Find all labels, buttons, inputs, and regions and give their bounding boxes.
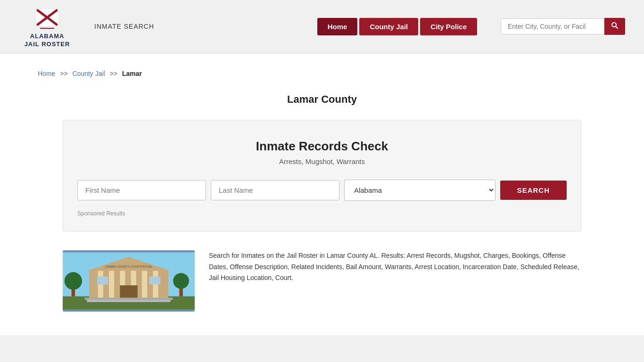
- svg-rect-15: [153, 271, 158, 298]
- svg-rect-17: [97, 276, 108, 284]
- svg-rect-16: [120, 285, 137, 298]
- svg-point-24: [173, 273, 189, 289]
- sponsored-label: Sponsored Results: [77, 210, 567, 217]
- header-search-button[interactable]: [604, 18, 625, 35]
- bottom-section: LAMAR COUNTY COURTHOUSE Search for Inmat…: [63, 246, 581, 316]
- breadcrumb-sep2: >>: [110, 70, 117, 77]
- page-title: Lamar County: [19, 93, 625, 106]
- svg-rect-20: [87, 300, 170, 302]
- courthouse-image: LAMAR COUNTY COURTHOUSE: [63, 250, 195, 312]
- header-search-input[interactable]: [501, 18, 604, 34]
- records-check-box: Inmate Records Check Arrests, Mugshot, W…: [63, 120, 581, 231]
- svg-rect-11: [109, 271, 114, 298]
- svg-rect-19: [85, 297, 173, 300]
- main-content: Home >> County Jail >> Lamar Lamar Count…: [0, 54, 644, 335]
- inmate-search-form: AlabamaAlaskaArizonaArkansasCaliforniaCo…: [77, 180, 567, 201]
- logo: ALABAMA JAIL ROSTER: [19, 5, 75, 49]
- records-check-subtitle: Arrests, Mugshot, Warrants: [77, 157, 567, 165]
- description-text: Search for Inmates on the Jail Roster in…: [209, 250, 581, 312]
- courthouse-svg: LAMAR COUNTY COURTHOUSE: [63, 250, 195, 312]
- header: ALABAMA JAIL ROSTER INMATE SEARCH Home C…: [0, 0, 644, 54]
- last-name-input[interactable]: [211, 180, 339, 200]
- svg-rect-18: [149, 276, 160, 284]
- logo-icon: [33, 5, 61, 31]
- search-icon: [611, 22, 619, 29]
- breadcrumb-current: Lamar: [122, 70, 142, 77]
- state-select[interactable]: AlabamaAlaskaArizonaArkansasCaliforniaCo…: [344, 180, 495, 201]
- nav-city-police-button[interactable]: City Police: [420, 18, 477, 35]
- header-search: [501, 18, 625, 35]
- nav-county-jail-button[interactable]: County Jail: [359, 18, 418, 35]
- breadcrumb: Home >> County Jail >> Lamar: [19, 63, 625, 84]
- breadcrumb-sep1: >>: [60, 70, 67, 77]
- inmate-search-link[interactable]: INMATE SEARCH: [94, 23, 154, 30]
- svg-rect-14: [142, 271, 147, 298]
- logo-text: ALABAMA JAIL ROSTER: [25, 33, 70, 49]
- first-name-input[interactable]: [77, 180, 206, 200]
- breadcrumb-home[interactable]: Home: [38, 70, 55, 77]
- nav-home-button[interactable]: Home: [317, 18, 358, 35]
- svg-point-22: [65, 272, 82, 289]
- nav-buttons: Home County Jail City Police: [317, 18, 477, 35]
- svg-rect-10: [98, 271, 103, 298]
- svg-text:LAMAR COUNTY COURTHOUSE: LAMAR COUNTY COURTHOUSE: [105, 265, 152, 268]
- breadcrumb-county-jail[interactable]: County Jail: [73, 70, 105, 77]
- svg-line-5: [616, 26, 618, 28]
- records-check-heading: Inmate Records Check: [77, 139, 567, 154]
- search-button[interactable]: SEARCH: [500, 181, 567, 200]
